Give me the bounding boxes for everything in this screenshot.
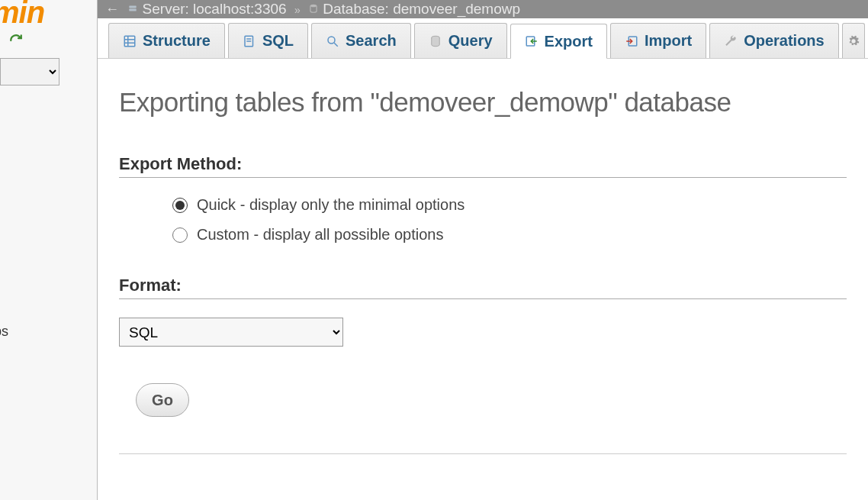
gear-icon [847,34,860,48]
svg-point-2 [310,5,317,8]
svg-point-10 [328,37,335,44]
export-icon [525,34,538,48]
refresh-icon[interactable] [9,34,23,47]
structure-icon [123,34,137,48]
tab-label: Query [448,32,493,50]
db-tree: wp meta s tionships nomy ma [0,107,98,437]
svg-line-11 [334,43,338,47]
tree-item[interactable]: nomy [0,345,98,373]
breadcrumb-separator: » [294,4,301,16]
logo-fragment: min [0,0,44,27]
tab-sql[interactable]: SQL [228,23,308,58]
sidebar: min wp meta s tionships nomy ma [0,0,98,500]
tree-item[interactable]: ma [0,409,98,437]
tab-label: Structure [143,32,211,50]
breadcrumb: ← Server: localhost:3306 » Database: dem… [98,0,868,18]
go-button[interactable]: Go [136,383,189,417]
wrench-icon [724,34,738,48]
tree-item[interactable]: s [0,179,98,206]
format-select[interactable]: SQL [119,318,343,347]
radio-label: Quick - display only the minimal options [197,196,465,214]
format-heading: Format: [119,276,847,299]
page-title: Exporting tables from "demoveer_demowp" … [119,87,847,118]
footer-divider [119,453,847,454]
tab-label: Export [545,33,593,50]
tab-operations[interactable]: Operations [709,23,839,58]
tab-label: Import [645,32,692,50]
database-icon [308,3,319,14]
tab-structure[interactable]: Structure [108,23,225,58]
import-icon [625,34,638,48]
radio-custom-input[interactable] [172,227,188,243]
tab-query[interactable]: Query [414,23,507,58]
breadcrumb-server[interactable]: Server: localhost:3306 [143,1,287,17]
tab-label: Operations [744,32,825,50]
radio-label: Custom - display all possible options [197,226,444,244]
export-method-group: Quick - display only the minimal options… [172,196,847,244]
sql-icon [243,34,256,48]
tab-label: SQL [262,32,294,50]
svg-rect-3 [124,36,135,47]
tree-item[interactable]: tionships [0,318,98,345]
query-icon [429,34,442,48]
tree-item[interactable]: meta [0,151,98,179]
back-arrow-icon[interactable]: ← [105,0,119,18]
breadcrumb-database[interactable]: Database: demoveer_demowp [323,1,520,17]
tab-search[interactable]: Search [311,23,411,58]
radio-custom[interactable]: Custom - display all possible options [172,226,847,244]
tab-import[interactable]: Import [610,23,706,58]
svg-rect-0 [130,6,137,8]
content: Exporting tables from "demoveer_demowp" … [98,58,868,500]
tree-item[interactable]: wp [0,107,98,134]
svg-rect-1 [130,9,137,11]
search-icon [326,34,339,48]
radio-quick[interactable]: Quick - display only the minimal options [172,196,847,214]
tabbar: Structure SQL Search Query [98,18,868,59]
radio-quick-input[interactable] [172,198,188,213]
database-select[interactable] [0,58,59,85]
export-method-heading: Export Method: [119,154,847,178]
tab-more[interactable] [842,23,865,58]
server-icon [127,3,138,14]
tab-label: Search [346,32,397,50]
tab-export[interactable]: Export [510,24,607,59]
